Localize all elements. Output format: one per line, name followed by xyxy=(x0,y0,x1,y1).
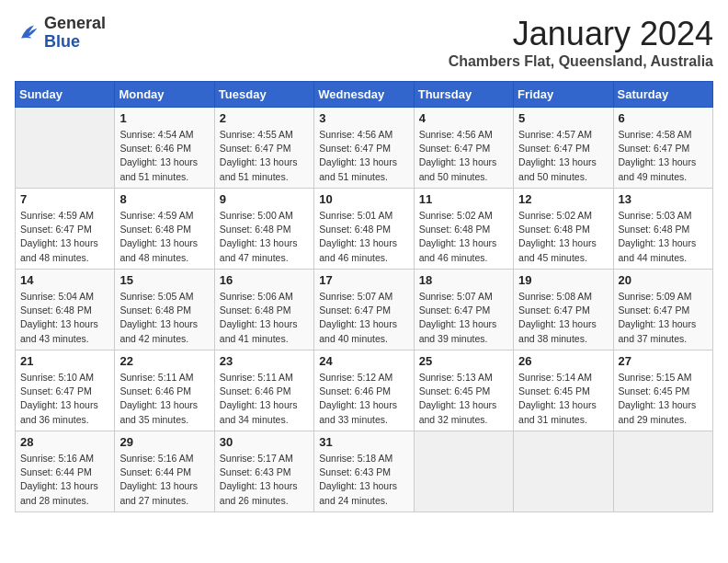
day-number: 18 xyxy=(419,273,508,287)
day-number: 22 xyxy=(119,354,209,368)
calendar-cell: 26Sunrise: 5:14 AMSunset: 6:45 PMDayligh… xyxy=(514,350,613,431)
calendar-cell: 19Sunrise: 5:08 AMSunset: 6:47 PMDayligh… xyxy=(514,270,613,350)
calendar-cell: 27Sunrise: 5:15 AMSunset: 6:45 PMDayligh… xyxy=(613,350,712,431)
month-title: January 2024 xyxy=(449,15,713,53)
day-info: Sunrise: 4:58 AMSunset: 6:47 PMDaylight:… xyxy=(619,128,708,184)
day-number: 3 xyxy=(319,111,408,125)
weekday-header-tuesday: Tuesday xyxy=(214,82,313,108)
day-number: 29 xyxy=(119,435,209,449)
calendar-week-row: 1Sunrise: 4:54 AMSunset: 6:46 PMDaylight… xyxy=(16,108,713,189)
calendar-week-row: 21Sunrise: 5:10 AMSunset: 6:47 PMDayligh… xyxy=(16,350,713,431)
day-number: 30 xyxy=(220,435,309,449)
day-info: Sunrise: 5:03 AMSunset: 6:48 PMDaylight:… xyxy=(619,209,708,265)
location-subtitle: Chambers Flat, Queensland, Australia xyxy=(449,53,713,70)
logo-icon xyxy=(15,20,40,46)
day-number: 13 xyxy=(619,192,708,206)
day-info: Sunrise: 5:16 AMSunset: 6:44 PMDaylight:… xyxy=(119,452,209,508)
day-info: Sunrise: 4:56 AMSunset: 6:47 PMDaylight:… xyxy=(419,128,508,184)
calendar-cell: 1Sunrise: 4:54 AMSunset: 6:46 PMDaylight… xyxy=(115,108,214,189)
calendar-cell: 5Sunrise: 4:57 AMSunset: 6:47 PMDaylight… xyxy=(514,108,613,189)
calendar-cell: 25Sunrise: 5:13 AMSunset: 6:45 PMDayligh… xyxy=(414,350,513,431)
calendar-cell xyxy=(514,431,613,512)
calendar-cell: 24Sunrise: 5:12 AMSunset: 6:46 PMDayligh… xyxy=(314,350,414,431)
day-info: Sunrise: 5:13 AMSunset: 6:45 PMDaylight:… xyxy=(419,371,508,427)
day-info: Sunrise: 4:54 AMSunset: 6:46 PMDaylight:… xyxy=(119,128,209,184)
day-info: Sunrise: 5:00 AMSunset: 6:48 PMDaylight:… xyxy=(220,209,309,265)
day-number: 17 xyxy=(319,273,408,287)
day-info: Sunrise: 5:09 AMSunset: 6:47 PMDaylight:… xyxy=(619,290,708,346)
day-info: Sunrise: 4:59 AMSunset: 6:48 PMDaylight:… xyxy=(119,209,209,265)
day-number: 11 xyxy=(419,192,508,206)
weekday-header-monday: Monday xyxy=(115,82,214,108)
calendar-cell: 7Sunrise: 4:59 AMSunset: 6:47 PMDaylight… xyxy=(16,189,115,270)
day-number: 25 xyxy=(419,354,508,368)
calendar-table: SundayMondayTuesdayWednesdayThursdayFrid… xyxy=(15,81,713,512)
calendar-cell: 31Sunrise: 5:18 AMSunset: 6:43 PMDayligh… xyxy=(314,431,414,512)
day-info: Sunrise: 5:18 AMSunset: 6:43 PMDaylight:… xyxy=(319,452,408,508)
day-number: 28 xyxy=(20,435,109,449)
weekday-header-thursday: Thursday xyxy=(414,82,513,108)
day-info: Sunrise: 4:55 AMSunset: 6:47 PMDaylight:… xyxy=(220,128,309,184)
day-number: 12 xyxy=(518,192,608,206)
weekday-header-saturday: Saturday xyxy=(613,82,712,108)
day-info: Sunrise: 4:59 AMSunset: 6:47 PMDaylight:… xyxy=(20,209,109,265)
day-number: 1 xyxy=(119,111,209,125)
calendar-cell xyxy=(414,431,513,512)
day-info: Sunrise: 5:11 AMSunset: 6:46 PMDaylight:… xyxy=(220,371,309,427)
day-info: Sunrise: 5:04 AMSunset: 6:48 PMDaylight:… xyxy=(20,290,109,346)
day-number: 16 xyxy=(220,273,309,287)
calendar-week-row: 14Sunrise: 5:04 AMSunset: 6:48 PMDayligh… xyxy=(16,270,713,350)
day-info: Sunrise: 5:02 AMSunset: 6:48 PMDaylight:… xyxy=(518,209,608,265)
day-number: 20 xyxy=(619,273,708,287)
calendar-cell: 10Sunrise: 5:01 AMSunset: 6:48 PMDayligh… xyxy=(314,189,414,270)
calendar-cell: 8Sunrise: 4:59 AMSunset: 6:48 PMDaylight… xyxy=(115,189,214,270)
calendar-cell: 3Sunrise: 4:56 AMSunset: 6:47 PMDaylight… xyxy=(314,108,414,189)
calendar-cell: 16Sunrise: 5:06 AMSunset: 6:48 PMDayligh… xyxy=(214,270,313,350)
day-info: Sunrise: 5:06 AMSunset: 6:48 PMDaylight:… xyxy=(220,290,309,346)
day-info: Sunrise: 5:11 AMSunset: 6:46 PMDaylight:… xyxy=(119,371,209,427)
day-number: 7 xyxy=(20,192,109,206)
day-info: Sunrise: 5:08 AMSunset: 6:47 PMDaylight:… xyxy=(518,290,608,346)
day-info: Sunrise: 5:17 AMSunset: 6:43 PMDaylight:… xyxy=(220,452,309,508)
calendar-cell: 13Sunrise: 5:03 AMSunset: 6:48 PMDayligh… xyxy=(613,189,712,270)
day-info: Sunrise: 4:56 AMSunset: 6:47 PMDaylight:… xyxy=(319,128,408,184)
day-number: 26 xyxy=(518,354,608,368)
calendar-cell: 15Sunrise: 5:05 AMSunset: 6:48 PMDayligh… xyxy=(115,270,214,350)
day-number: 21 xyxy=(20,354,109,368)
day-info: Sunrise: 5:15 AMSunset: 6:45 PMDaylight:… xyxy=(619,371,708,427)
calendar-cell: 11Sunrise: 5:02 AMSunset: 6:48 PMDayligh… xyxy=(414,189,513,270)
day-info: Sunrise: 5:07 AMSunset: 6:47 PMDaylight:… xyxy=(419,290,508,346)
calendar-cell: 29Sunrise: 5:16 AMSunset: 6:44 PMDayligh… xyxy=(115,431,214,512)
calendar-cell: 22Sunrise: 5:11 AMSunset: 6:46 PMDayligh… xyxy=(115,350,214,431)
page-header: General Blue January 2024 Chambers Flat,… xyxy=(15,15,713,70)
calendar-cell: 18Sunrise: 5:07 AMSunset: 6:47 PMDayligh… xyxy=(414,270,513,350)
day-info: Sunrise: 5:05 AMSunset: 6:48 PMDaylight:… xyxy=(119,290,209,346)
calendar-cell: 4Sunrise: 4:56 AMSunset: 6:47 PMDaylight… xyxy=(414,108,513,189)
day-number: 6 xyxy=(619,111,708,125)
day-number: 31 xyxy=(319,435,408,449)
weekday-header-friday: Friday xyxy=(514,82,613,108)
weekday-header-wednesday: Wednesday xyxy=(314,82,414,108)
day-number: 23 xyxy=(220,354,309,368)
day-number: 24 xyxy=(319,354,408,368)
logo-text: General Blue xyxy=(44,15,106,52)
calendar-week-row: 28Sunrise: 5:16 AMSunset: 6:44 PMDayligh… xyxy=(16,431,713,512)
calendar-cell: 2Sunrise: 4:55 AMSunset: 6:47 PMDaylight… xyxy=(214,108,313,189)
calendar-week-row: 7Sunrise: 4:59 AMSunset: 6:47 PMDaylight… xyxy=(16,189,713,270)
day-number: 2 xyxy=(220,111,309,125)
calendar-cell: 6Sunrise: 4:58 AMSunset: 6:47 PMDaylight… xyxy=(613,108,712,189)
day-number: 10 xyxy=(319,192,408,206)
day-number: 19 xyxy=(518,273,608,287)
day-number: 8 xyxy=(119,192,209,206)
calendar-cell: 17Sunrise: 5:07 AMSunset: 6:47 PMDayligh… xyxy=(314,270,414,350)
day-number: 9 xyxy=(220,192,309,206)
logo: General Blue xyxy=(15,15,106,52)
calendar-cell: 9Sunrise: 5:00 AMSunset: 6:48 PMDaylight… xyxy=(214,189,313,270)
calendar-cell: 28Sunrise: 5:16 AMSunset: 6:44 PMDayligh… xyxy=(16,431,115,512)
day-info: Sunrise: 5:12 AMSunset: 6:46 PMDaylight:… xyxy=(319,371,408,427)
day-info: Sunrise: 4:57 AMSunset: 6:47 PMDaylight:… xyxy=(518,128,608,184)
calendar-cell: 14Sunrise: 5:04 AMSunset: 6:48 PMDayligh… xyxy=(16,270,115,350)
day-number: 27 xyxy=(619,354,708,368)
calendar-cell: 23Sunrise: 5:11 AMSunset: 6:46 PMDayligh… xyxy=(214,350,313,431)
calendar-cell xyxy=(16,108,115,189)
